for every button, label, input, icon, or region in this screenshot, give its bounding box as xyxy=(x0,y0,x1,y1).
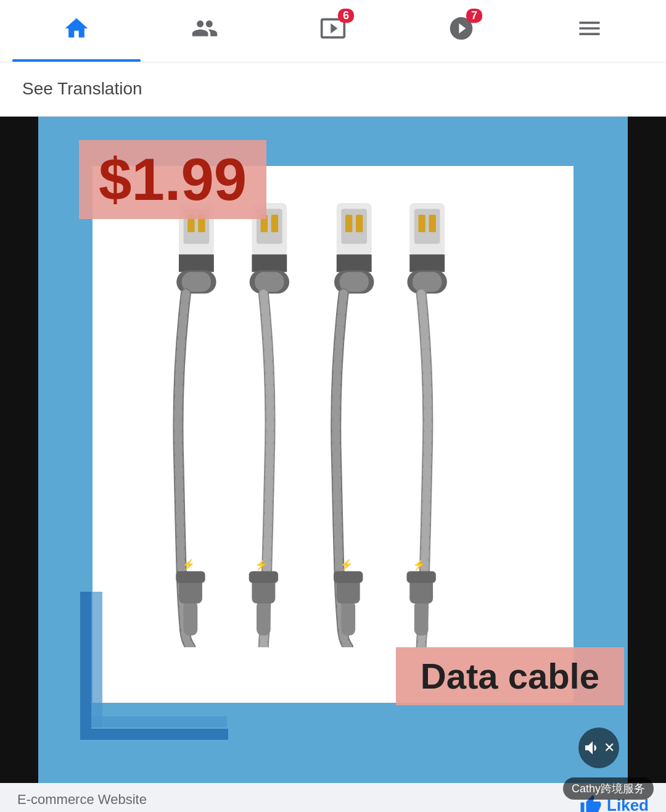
svg-rect-35 xyxy=(418,215,425,232)
nav-friends[interactable] xyxy=(141,0,269,62)
volume-icon xyxy=(583,738,602,758)
nav-home[interactable] xyxy=(12,0,141,62)
svg-rect-29 xyxy=(341,600,355,636)
navigation-bar: 6 7 xyxy=(0,0,666,62)
svg-rect-14 xyxy=(271,215,278,232)
nav-watch[interactable]: 6 xyxy=(269,0,397,62)
svg-text:⚡: ⚡ xyxy=(182,558,195,571)
product-name-text: Data cable xyxy=(421,656,599,696)
see-translation-text: See Translation xyxy=(22,79,142,98)
svg-rect-40 xyxy=(414,600,429,636)
ecommerce-label: E-commerce Website xyxy=(17,792,147,807)
svg-rect-4 xyxy=(179,254,214,271)
svg-rect-39 xyxy=(413,272,442,292)
svg-rect-25 xyxy=(356,215,363,232)
price-badge: $1.99 xyxy=(79,140,266,219)
svg-rect-9 xyxy=(176,571,205,583)
mute-x: ✕ xyxy=(604,740,615,756)
svg-rect-18 xyxy=(257,600,271,636)
data-cable-badge: Data cable xyxy=(396,647,624,705)
svg-rect-26 xyxy=(337,254,372,271)
svg-text:⚡: ⚡ xyxy=(340,558,353,571)
svg-rect-20 xyxy=(249,571,278,583)
ad-image-container: $1.99 xyxy=(0,117,666,783)
friends-icon xyxy=(191,15,218,48)
watch-badge: 6 xyxy=(338,9,354,23)
svg-rect-7 xyxy=(184,600,198,636)
svg-rect-34 xyxy=(414,209,440,244)
svg-rect-24 xyxy=(345,215,352,232)
post-card: $1.99 xyxy=(0,117,666,812)
svg-rect-42 xyxy=(406,571,435,583)
home-icon xyxy=(63,15,90,48)
watermark: Cathy跨境服务 xyxy=(563,777,654,800)
svg-rect-36 xyxy=(429,215,435,232)
nav-groups[interactable]: 7 xyxy=(397,0,525,62)
watermark-text: Cathy跨境服务 xyxy=(572,782,645,795)
svg-rect-15 xyxy=(252,254,287,271)
nav-menu[interactable] xyxy=(525,0,654,62)
price-text: $1.99 xyxy=(99,146,247,212)
svg-rect-17 xyxy=(255,272,284,292)
svg-text:⚡: ⚡ xyxy=(255,558,268,571)
groups-badge: 7 xyxy=(466,9,482,23)
see-translation-bar[interactable]: See Translation xyxy=(0,62,666,117)
svg-rect-37 xyxy=(409,254,445,271)
menu-icon xyxy=(576,15,603,48)
cables-image: ⚡ ⚡ xyxy=(99,203,481,647)
svg-rect-31 xyxy=(334,571,363,583)
volume-control[interactable]: ✕ xyxy=(578,727,619,768)
svg-rect-23 xyxy=(341,209,367,244)
svg-text:⚡: ⚡ xyxy=(413,558,426,571)
